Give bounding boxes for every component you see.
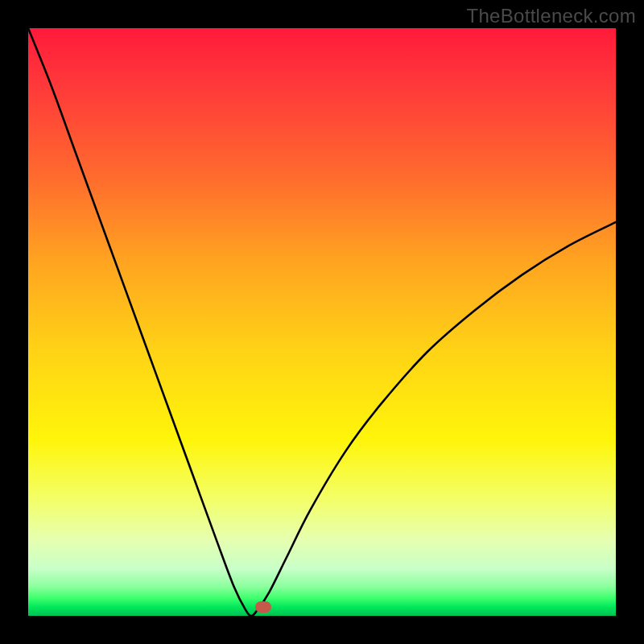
chart-frame: TheBottleneck.com bbox=[0, 0, 644, 644]
optimal-point-marker bbox=[255, 601, 271, 613]
chart-plot-area bbox=[28, 28, 616, 616]
watermark-text: TheBottleneck.com bbox=[466, 5, 636, 27]
bottleneck-curve bbox=[28, 28, 616, 616]
